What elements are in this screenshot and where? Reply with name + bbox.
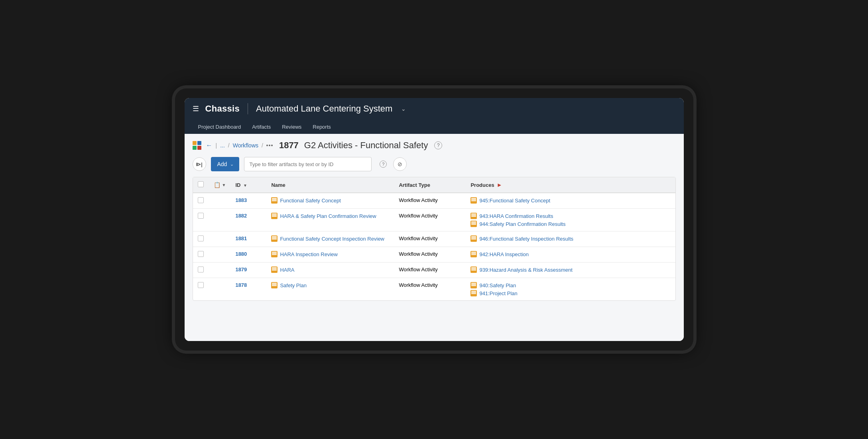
produces-link[interactable]: 946:Functional Safety Inspection Results bbox=[470, 235, 670, 242]
page-id: 1877 bbox=[279, 140, 299, 151]
breadcrumb-sep-3: / bbox=[262, 142, 263, 149]
produces-doc-icon bbox=[470, 251, 477, 257]
produces-doc-icon bbox=[470, 235, 477, 242]
row-id-link[interactable]: 1879 bbox=[235, 267, 247, 272]
artifact-doc-icon bbox=[271, 197, 278, 204]
filter-options-button[interactable]: ⊘ bbox=[393, 157, 407, 171]
produces-text: 941:Project Plan bbox=[479, 290, 517, 296]
row-name-link[interactable]: HARA & Safety Plan Confirmation Review bbox=[271, 213, 389, 219]
row-copy-cell bbox=[209, 247, 231, 263]
row-id-cell: 1882 bbox=[230, 209, 266, 231]
row-checkbox[interactable] bbox=[198, 282, 204, 288]
produces-text: 945:Functional Safety Concept bbox=[479, 198, 550, 204]
row-produces-cell: 945:Functional Safety Concept bbox=[466, 193, 675, 209]
artifact-doc-icon bbox=[271, 213, 278, 219]
row-name-link[interactable]: Functional Safety Concept bbox=[271, 197, 389, 204]
row-id-cell: 1879 bbox=[230, 263, 266, 278]
col-header-copy: 📋 ▼ bbox=[209, 177, 231, 193]
produces-link[interactable]: 945:Functional Safety Concept bbox=[470, 197, 670, 204]
produces-link[interactable]: 941:Project Plan bbox=[470, 290, 670, 296]
col-id-label: ID bbox=[235, 182, 240, 188]
row-id-cell: 1878 bbox=[230, 278, 266, 301]
row-id-link[interactable]: 1883 bbox=[235, 197, 247, 203]
artifact-doc-icon bbox=[271, 251, 278, 257]
row-id-link[interactable]: 1880 bbox=[235, 251, 247, 257]
produces-link[interactable]: 939:Hazard Analysis & Risk Assessment bbox=[470, 267, 670, 273]
collapse-icon: ⧐| bbox=[196, 161, 203, 167]
produces-doc-icon bbox=[470, 197, 477, 204]
row-name-link[interactable]: HARA bbox=[271, 267, 389, 273]
row-copy-cell bbox=[209, 263, 231, 278]
row-name-cell: HARA bbox=[266, 263, 394, 278]
col-header-produces: Produces ► bbox=[466, 177, 675, 193]
table-row: 1880HARA Inspection ReviewWorkflow Activ… bbox=[193, 247, 675, 263]
breadcrumb-sep-2: / bbox=[228, 142, 230, 149]
row-copy-cell bbox=[209, 278, 231, 301]
collapse-panel-button[interactable]: ⧐| bbox=[193, 157, 206, 171]
sort-icon[interactable]: ▼ bbox=[243, 183, 247, 188]
row-name-link[interactable]: HARA Inspection Review bbox=[271, 251, 389, 257]
filter-input[interactable] bbox=[244, 157, 372, 171]
row-copy-cell bbox=[209, 193, 231, 209]
row-id-cell: 1880 bbox=[230, 247, 266, 263]
row-id-link[interactable]: 1878 bbox=[235, 282, 247, 288]
select-all-checkbox[interactable] bbox=[198, 181, 204, 187]
row-produces-cell: 946:Functional Safety Inspection Results bbox=[466, 231, 675, 247]
col-copy-chevron-icon[interactable]: ▼ bbox=[222, 183, 226, 187]
row-id-cell: 1883 bbox=[230, 193, 266, 209]
table-row: 1878Safety PlanWorkflow Activity940:Safe… bbox=[193, 278, 675, 301]
artifact-doc-icon bbox=[271, 235, 278, 242]
produces-text: 939:Hazard Analysis & Risk Assessment bbox=[479, 267, 572, 273]
row-type-cell: Workflow Activity bbox=[394, 193, 466, 209]
produces-text: 942:HARA Inspection bbox=[479, 251, 529, 257]
project-name[interactable]: Automated Lane Centering System bbox=[256, 104, 392, 114]
row-checkbox-cell bbox=[193, 209, 209, 231]
breadcrumb-sep-1: | bbox=[216, 142, 217, 149]
row-name-cell: HARA & Safety Plan Confirmation Review bbox=[266, 209, 394, 231]
produces-doc-icon bbox=[470, 282, 477, 288]
project-chevron-icon[interactable]: ⌄ bbox=[401, 106, 406, 112]
back-button[interactable]: ← bbox=[206, 142, 213, 149]
row-type-cell: Workflow Activity bbox=[394, 247, 466, 263]
app-logo-icon bbox=[193, 141, 201, 150]
breadcrumb-workflows[interactable]: Workflows bbox=[233, 142, 258, 149]
row-produces-cell: 940:Safety Plan941:Project Plan bbox=[466, 278, 675, 301]
row-checkbox[interactable] bbox=[198, 235, 204, 241]
produces-link[interactable]: 943:HARA Confirmation Results bbox=[470, 213, 670, 219]
row-checkbox[interactable] bbox=[198, 213, 204, 219]
row-checkbox[interactable] bbox=[198, 267, 204, 272]
nav-reports[interactable]: Reports bbox=[307, 121, 337, 134]
page-help-icon[interactable]: ? bbox=[434, 141, 442, 149]
app-title: Chassis bbox=[205, 104, 240, 114]
row-type-cell: Workflow Activity bbox=[394, 263, 466, 278]
row-id-link[interactable]: 1882 bbox=[235, 213, 247, 219]
produces-link[interactable]: 942:HARA Inspection bbox=[470, 251, 670, 257]
produces-link[interactable]: 940:Safety Plan bbox=[470, 282, 670, 288]
artifact-doc-icon bbox=[271, 267, 278, 273]
produces-text: 943:HARA Confirmation Results bbox=[479, 213, 553, 219]
row-checkbox-cell bbox=[193, 247, 209, 263]
row-checkbox[interactable] bbox=[198, 197, 204, 203]
row-name-link[interactable]: Functional Safety Concept Inspection Rev… bbox=[271, 235, 389, 242]
nav-project-dashboard[interactable]: Project Dashboard bbox=[193, 121, 247, 134]
row-produces-cell: 939:Hazard Analysis & Risk Assessment bbox=[466, 263, 675, 278]
produces-text: 946:Functional Safety Inspection Results bbox=[479, 236, 573, 242]
add-label: Add bbox=[217, 161, 227, 167]
breadcrumb-ellipsis[interactable]: ... bbox=[220, 142, 225, 149]
produces-link[interactable]: 944:Safety Plan Confirmation Results bbox=[470, 221, 670, 227]
filter-help-icon[interactable]: ? bbox=[380, 161, 387, 168]
col-header-id[interactable]: ID ▼ bbox=[230, 177, 266, 193]
nav-artifacts[interactable]: Artifacts bbox=[246, 121, 276, 134]
row-checkbox[interactable] bbox=[198, 251, 204, 257]
produces-doc-icon bbox=[470, 213, 477, 219]
col-header-checkbox bbox=[193, 177, 209, 193]
breadcrumb: ← | ... / Workflows / 1877 G2 Activities… bbox=[193, 140, 676, 151]
copy-icon[interactable]: 📋 bbox=[214, 182, 220, 188]
row-produces-cell: 943:HARA Confirmation Results944:Safety … bbox=[466, 209, 675, 231]
hamburger-icon[interactable]: ☰ bbox=[193, 104, 199, 113]
row-name-link[interactable]: Safety Plan bbox=[271, 282, 389, 288]
add-button[interactable]: Add ⌄ bbox=[211, 157, 240, 171]
row-id-link[interactable]: 1881 bbox=[235, 235, 247, 241]
nav-reviews[interactable]: Reviews bbox=[276, 121, 307, 134]
produces-doc-icon bbox=[470, 267, 477, 273]
